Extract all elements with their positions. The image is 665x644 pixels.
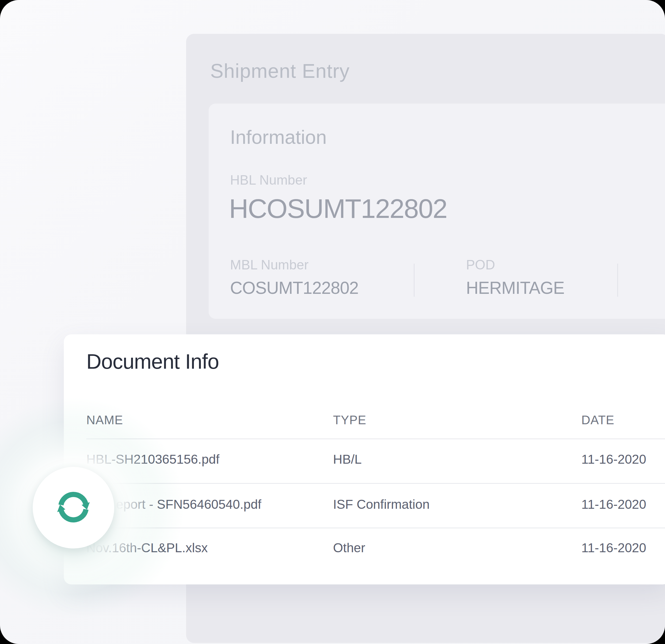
document-date: 11-16-2020: [581, 452, 646, 467]
page: Shipment Entry Information HBL Number HC…: [0, 0, 665, 644]
information-card: Information HBL Number HCOSUMT122802 MBL…: [209, 104, 665, 319]
table-header-date: DATE: [581, 413, 614, 427]
document-name: HBL-SH210365156.pdf: [86, 452, 219, 467]
table-row-divider: [86, 483, 665, 484]
field-divider: [617, 263, 618, 297]
document-info-title: Document Info: [86, 349, 219, 374]
document-type: Other: [333, 540, 365, 555]
document-type: ISF Confirmation: [333, 497, 430, 512]
hbl-number-label: HBL Number: [230, 172, 307, 188]
table-row-divider: [86, 528, 665, 528]
table-header-type: TYPE: [333, 413, 366, 427]
mbl-number-label: MBL Number: [230, 257, 309, 273]
page-title: Shipment Entry: [210, 59, 350, 82]
pod-value: HERMITAGE: [466, 278, 565, 298]
table-header-name: NAME: [86, 413, 123, 427]
document-name: eport - SFN56460540.pdf: [116, 497, 262, 512]
mbl-number-value: COSUMT122802: [230, 278, 359, 298]
document-name: Nov.16th-CL&PL.xlsx: [86, 540, 208, 555]
document-info-card: Document Info NAME TYPE DATE HBL-SH21036…: [64, 334, 665, 585]
document-date: 11-16-2020: [581, 540, 646, 555]
information-card-title: Information: [230, 126, 327, 148]
refresh-sync-icon: [54, 487, 93, 528]
pod-label: POD: [466, 257, 495, 273]
refresh-badge[interactable]: [33, 467, 114, 549]
field-divider: [414, 263, 415, 297]
document-date: 11-16-2020: [581, 497, 646, 512]
table-header-divider: [86, 439, 665, 439]
hbl-number-value: HCOSUMT122802: [229, 193, 447, 224]
document-type: HB/L: [333, 452, 362, 467]
